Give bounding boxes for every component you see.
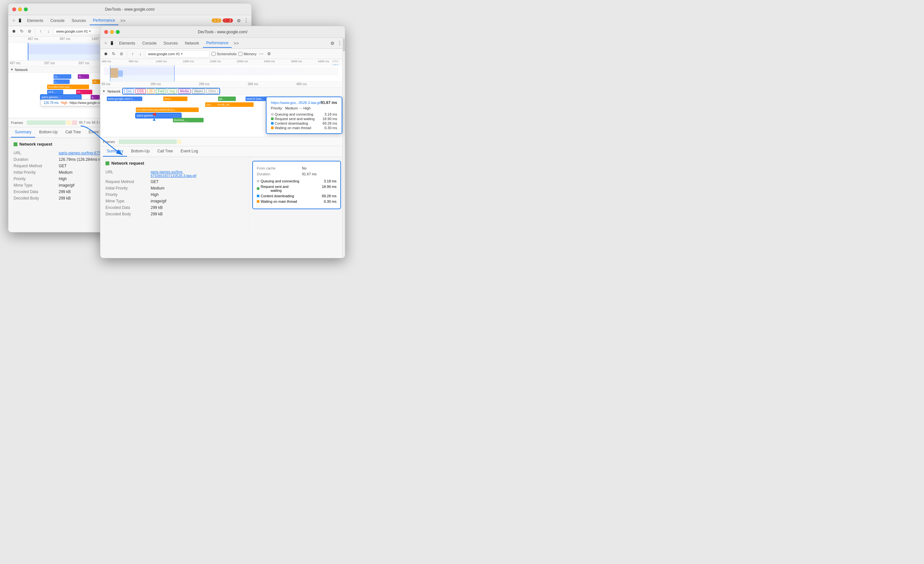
bar-g1-back[interactable]: G... <box>78 74 89 79</box>
record-icon-front[interactable]: ⏺ <box>103 51 109 57</box>
tab-more-back[interactable]: >> <box>119 18 127 23</box>
url-dropdown-back[interactable]: ▾ <box>89 29 91 33</box>
bar-cr-back[interactable]: Cr... <box>76 90 92 94</box>
tab-elements-front[interactable]: Elements <box>116 39 138 47</box>
record-icon-back[interactable]: ⏺ <box>11 29 17 34</box>
scrollbar-thumb-front[interactable] <box>343 38 345 51</box>
f-r2-489: 489 ms <box>296 82 345 86</box>
bar-ge-front[interactable]: ge... <box>218 96 236 101</box>
menu-icon-front[interactable]: ⋮ <box>337 40 342 46</box>
settings2-icon-front[interactable]: ⚙ <box>266 51 272 57</box>
tab-bar-front: ⊹ 📱 Elements Console Sources Network Per… <box>100 38 345 49</box>
maximize-button-back[interactable] <box>24 8 28 11</box>
minimize-button-front[interactable] <box>110 30 114 34</box>
ind-content-front <box>271 122 274 125</box>
bar-r-back[interactable]: r... <box>54 80 70 84</box>
filter-wasm[interactable]: Wasm <box>192 89 205 93</box>
inspect-icon-back[interactable]: ⊹ <box>11 18 16 23</box>
filter-other[interactable]: Other <box>206 89 218 93</box>
encoded-value-front: 299 kB <box>151 205 163 210</box>
network-collapse-front[interactable]: ▼ <box>102 89 105 93</box>
info-timing-queuing-label: Queuing and connecting <box>261 179 299 183</box>
download-icon-front[interactable]: ↓ <box>138 51 143 57</box>
tab-summary-back[interactable]: Summary <box>11 127 35 138</box>
bar-mcdos-back[interactable]: m=cdos,hsm,jsa,... <box>47 84 89 89</box>
tab-bottomup-front[interactable]: Bottom-Up <box>127 146 153 156</box>
bottom-section-front: Network request URL paris-games-surfing-… <box>100 157 345 231</box>
encoded-value-back: 299 kB <box>59 190 70 194</box>
tab-performance-front[interactable]: Performance <box>203 39 232 48</box>
mobile-icon-front[interactable]: 📱 <box>110 41 114 46</box>
clear-icon-back[interactable]: ⊘ <box>27 29 32 34</box>
upload-icon-front[interactable]: ↑ <box>130 51 135 57</box>
filter-media[interactable]: Media <box>178 89 190 93</box>
info-timing-request-label: Request sent and waiting <box>261 185 288 193</box>
tab-elements-back[interactable]: Elements <box>24 17 46 25</box>
tab-performance-back[interactable]: Performance <box>90 16 118 25</box>
maximize-button-front[interactable] <box>116 30 120 34</box>
timing-request-label-front: Request sent and waiting <box>275 117 315 121</box>
memory-checkbox-front[interactable] <box>238 52 242 56</box>
bar-desktop-front[interactable]: desktop_... <box>173 118 204 122</box>
tab-summary-front[interactable]: Summary <box>103 146 127 156</box>
bar-www-front[interactable]: www.google.com/ (... <box>107 96 142 101</box>
tab-calltree-back[interactable]: Call Tree <box>62 127 85 138</box>
minimize-button-back[interactable] <box>18 8 22 11</box>
settings-icon-front[interactable]: ⚙ <box>330 41 334 46</box>
screenshots-group-front: Screenshots <box>212 52 237 56</box>
tab-bottomup-back[interactable]: Bottom-Up <box>35 127 61 138</box>
filter-font[interactable]: Font <box>156 89 166 93</box>
priority-label-back: Priority <box>14 177 59 181</box>
timeline-ruler2-front: 89 ms 189 ms 289 ms 389 ms 489 ms <box>100 82 345 87</box>
tab-console-front[interactable]: Console <box>139 39 160 47</box>
url-dropdown-front[interactable]: ▾ <box>181 52 183 56</box>
tab-sources-back[interactable]: Sources <box>68 17 89 25</box>
download-icon-back[interactable]: ↓ <box>45 29 51 34</box>
network-collapse-back[interactable]: ▼ <box>10 68 14 71</box>
tab-calltree-front[interactable]: Call Tree <box>154 146 177 156</box>
mini-tooltip-priority-back: High <box>61 101 68 105</box>
r2-597: 597 ms <box>44 61 79 65</box>
layers-icon-front[interactable]: ⋯ <box>258 51 264 57</box>
bar-rs-front[interactable]: rs=A... <box>163 96 188 101</box>
method-label-front: Request Method <box>105 179 151 184</box>
url-value-front[interactable]: paris-games-surfing-6753651837110528.3-l… <box>151 170 196 177</box>
title-bar-back: DevTools - www.google.com/ <box>8 3 251 15</box>
tab-sources-front[interactable]: Sources <box>160 39 181 47</box>
url-bar-front[interactable]: www.google.com #1 ▾ <box>145 50 210 57</box>
bar-paris-front[interactable]: paris-games-... <box>136 113 181 118</box>
f-r2-189: 189 ms <box>150 82 199 86</box>
bar-msb-front[interactable]: m=sb_wi... <box>216 102 254 107</box>
close-button-back[interactable] <box>12 8 16 11</box>
frame-block-1-front <box>119 140 177 144</box>
tab-eventlog-front[interactable]: Event Log <box>177 146 202 156</box>
filter-js[interactable]: JS <box>147 89 155 93</box>
field-init-priority-front: Initial Priority Medium <box>105 185 243 191</box>
ind-queuing-front <box>271 113 274 116</box>
tab-network-front[interactable]: Network <box>182 39 202 47</box>
tab-console-back[interactable]: Console <box>47 17 68 25</box>
clear-icon-front[interactable]: ⊘ <box>118 51 124 57</box>
mobile-icon-back[interactable]: 📱 <box>17 18 22 23</box>
close-button-front[interactable] <box>104 30 108 34</box>
filter-doc[interactable]: Doc <box>124 89 134 93</box>
duration-label-back: Duration <box>14 157 59 162</box>
timing-content-front: Content downloading 69.28 ms <box>271 121 337 126</box>
bar-mcdos-front[interactable]: m=cdos,hsm,jsa,mb4ZUb,d,c... <box>136 107 199 112</box>
settings-icon-back[interactable]: ⚙ <box>237 18 241 23</box>
memory-group-front: Memory <box>238 52 256 56</box>
inspect-icon-front[interactable]: ⊹ <box>103 41 108 46</box>
tab-more-front[interactable]: >> <box>232 41 240 46</box>
reload-icon-front[interactable]: ↻ <box>111 51 117 57</box>
filter-css[interactable]: CSS <box>135 89 146 93</box>
reload-icon-back[interactable]: ↻ <box>19 29 24 34</box>
upload-icon-back[interactable]: ↑ <box>38 29 44 34</box>
screenshots-checkbox-front[interactable] <box>212 52 216 56</box>
menu-icon-back[interactable]: ⋮ <box>244 17 249 24</box>
filter-img[interactable]: Img <box>168 89 177 93</box>
bar-af2-back[interactable]: AF2... <box>47 90 63 94</box>
scrollbar-front[interactable] <box>342 38 345 258</box>
bar-rs-back[interactable]: rs... <box>54 74 71 79</box>
bar-paris-back[interactable]: paris-games-... <box>40 95 81 99</box>
bar-g3-back[interactable]: g... <box>91 95 100 99</box>
